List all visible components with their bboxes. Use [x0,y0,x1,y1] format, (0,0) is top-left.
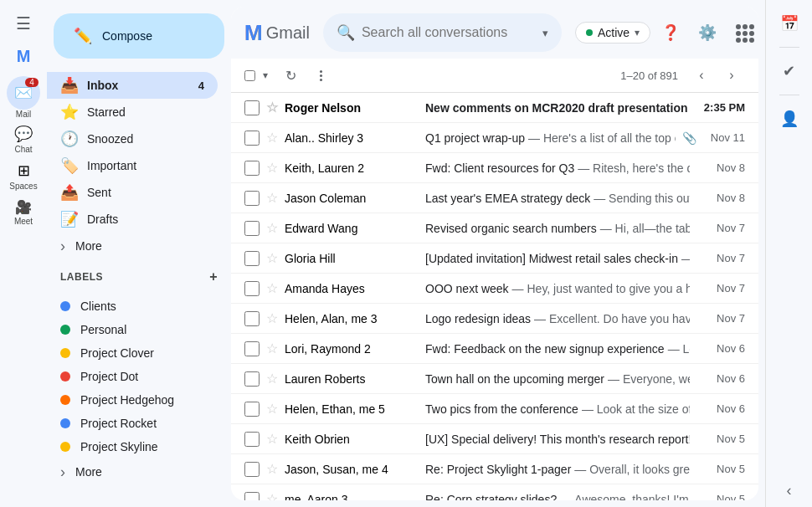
search-chevron-icon[interactable]: ▾ [542,27,548,39]
row-checkbox[interactable] [244,100,260,115]
select-all-checkbox[interactable] [244,70,255,81]
apps-button[interactable] [727,16,758,49]
select-all-area[interactable]: ▾ [244,62,274,89]
mail-nav-icon[interactable]: ✉️ 4 Mail [7,76,40,119]
compose-button[interactable]: ✏️ Compose [54,13,224,59]
expand-right-button[interactable]: ‹ [773,474,806,507]
main-content: M Gmail 🔍 ▾ Active ▾ ❓ ⚙️ [231,7,758,500]
star-icon[interactable]: ☆ [266,310,278,326]
sidebar-item-more-labels[interactable]: › More [47,458,218,485]
spaces-button[interactable]: ⊞ Spaces [7,159,40,192]
star-icon[interactable]: ☆ [266,491,278,500]
star-icon[interactable]: ☆ [266,130,278,146]
menu-button[interactable]: ☰ [7,7,40,40]
email-row[interactable]: ☆ Keith Obrien [UX] Special delivery! Th… [231,424,758,454]
sent-icon: 📤 [60,183,77,202]
star-icon[interactable]: ☆ [266,100,278,115]
row-checkbox[interactable] [244,221,260,236]
row-checkbox[interactable] [244,402,260,417]
label-item-project-dot[interactable]: Project Dot [47,365,218,388]
email-time: Nov 11 [703,131,745,144]
sidebar-item-sent[interactable]: 📤 Sent [47,179,218,206]
sidebar-item-snoozed[interactable]: 🕐 Snoozed [47,125,218,152]
sidebar-item-drafts[interactable]: 📝 Drafts [47,206,218,233]
row-checkbox[interactable] [244,371,260,387]
email-row[interactable]: ☆ Helen, Alan, me 3 Logo redesign ideas … [231,304,758,334]
email-row[interactable]: ☆ Gloria Hill [Updated invitation] Midwe… [231,243,758,274]
email-content: Fwd: Client resources for Q3 — Ritesh, h… [425,161,690,175]
prev-page-button[interactable]: ‹ [688,62,715,89]
sender-name: Lauren Roberts [285,372,419,386]
label-item-project-skyline[interactable]: Project Skyline [47,435,218,458]
star-icon[interactable]: ☆ [266,341,278,356]
row-checkbox[interactable] [244,311,260,326]
settings-button[interactable]: ⚙️ [691,16,724,49]
email-time: Nov 6 [703,372,745,385]
email-row[interactable]: ☆ Jason Coleman Last year's EMEA strateg… [231,183,758,213]
add-label-icon[interactable]: + [209,269,218,284]
email-row[interactable]: ☆ Roger Nelson New comments on MCR2020 d… [231,93,758,123]
star-icon[interactable]: ☆ [266,220,278,236]
star-icon[interactable]: ☆ [266,431,278,447]
label-item-project-rocket[interactable]: Project Rocket [47,412,218,435]
email-time: Nov 5 [703,493,745,500]
more-toolbar-icon [320,70,322,81]
sidebar-item-important[interactable]: 🏷️ Important [47,152,218,179]
sidebar-item-more-nav[interactable]: › More [47,233,218,259]
row-checkbox[interactable] [244,492,260,501]
row-checkbox[interactable] [244,131,260,146]
gmail-brand: M Gmail [244,20,310,46]
label-item-clients[interactable]: Clients [47,294,218,318]
select-dropdown-button[interactable]: ▾ [257,62,274,89]
search-icon[interactable]: 🔍 [337,23,355,42]
star-icon[interactable]: ☆ [266,190,278,206]
more-toolbar-button[interactable] [307,62,334,89]
search-bar[interactable]: 🔍 ▾ [323,13,562,52]
email-time: Nov 8 [703,192,745,204]
star-icon[interactable]: ☆ [266,160,278,176]
tasks-button[interactable]: ✔ [773,54,806,88]
row-checkbox[interactable] [244,432,260,447]
email-subject: Two pics from the conference [425,402,578,416]
sidebar-item-starred[interactable]: ⭐ Starred [47,99,218,125]
email-time: Nov 5 [703,433,745,445]
row-checkbox[interactable] [244,462,260,477]
gmail-text: Gmail [266,23,310,43]
calendar-button[interactable]: 📅 [773,7,806,40]
row-checkbox[interactable] [244,191,260,206]
email-row[interactable]: ☆ Lauren Roberts Town hall on the upcomi… [231,364,758,394]
email-time: Nov 7 [703,222,745,234]
star-icon[interactable]: ☆ [266,371,278,387]
row-checkbox[interactable] [244,161,260,176]
row-checkbox[interactable] [244,341,260,356]
label-item-personal[interactable]: Personal [47,318,218,341]
hamburger-icon: ☰ [16,13,31,33]
refresh-icon: ↻ [285,68,296,84]
search-input[interactable] [362,25,529,40]
star-icon[interactable]: ☆ [266,280,278,296]
help-button[interactable]: ❓ [654,16,687,49]
email-row[interactable]: ☆ Edward Wang Revised organic search num… [231,213,758,243]
row-checkbox[interactable] [244,281,260,296]
sidebar-item-inbox[interactable]: 📥 Inbox 4 [47,72,218,99]
meet-button[interactable]: 🎥 Meet [7,196,40,229]
email-row[interactable]: ☆ Alan.. Shirley 3 Q1 project wrap-up — … [231,123,758,153]
email-row[interactable]: ☆ Amanda Hayes OOO next week — Hey, just… [231,274,758,304]
label-item-project-clover[interactable]: Project Clover [47,341,218,365]
chat-button[interactable]: 💬 Chat [7,122,40,156]
refresh-button[interactable]: ↻ [277,62,304,89]
email-row[interactable]: ☆ Lori, Raymond 2 Fwd: Feedback on the n… [231,334,758,364]
email-row[interactable]: ☆ me, Aaron 3 Re: Corp strategy slides? … [231,484,758,500]
star-icon[interactable]: ☆ [266,250,278,266]
row-checkbox[interactable] [244,251,260,266]
email-row[interactable]: ☆ Keith, Lauren 2 Fwd: Client resources … [231,153,758,183]
next-page-button[interactable]: › [718,62,745,89]
star-icon[interactable]: ☆ [266,401,278,417]
snoozed-icon: 🕐 [60,130,77,148]
email-row[interactable]: ☆ Helen, Ethan, me 5 Two pics from the c… [231,394,758,424]
star-icon[interactable]: ☆ [266,461,278,477]
active-status-badge[interactable]: Active ▾ [575,22,650,44]
label-item-project-hedgehog[interactable]: Project Hedgehog [47,388,218,412]
email-row[interactable]: ☆ Jason, Susan, me 4 Re: Project Skyligh… [231,454,758,484]
contacts-button[interactable]: 👤 [773,102,806,136]
